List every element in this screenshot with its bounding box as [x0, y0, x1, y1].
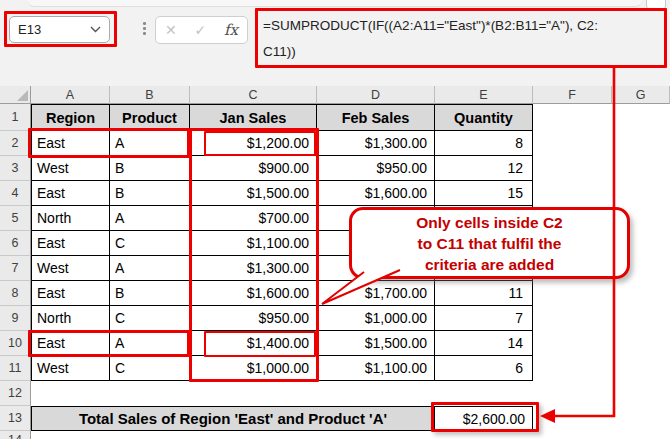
empty-cell[interactable]	[317, 381, 435, 406]
cell-region[interactable]: East	[31, 331, 110, 356]
cell-jan[interactable]: $950.00	[190, 306, 317, 331]
column-header-D[interactable]: D	[317, 86, 435, 104]
cell-region[interactable]: East	[31, 181, 110, 206]
empty-row: 12	[0, 381, 670, 406]
row-header-5[interactable]: 5	[0, 206, 31, 231]
callout-bubble: Only cells inside C2 to C11 that fulfil …	[349, 207, 630, 279]
cell-jan[interactable]: $1,600.00	[190, 281, 317, 306]
cell-region[interactable]: West	[31, 356, 110, 381]
cell-feb[interactable]: $1,600.00	[317, 181, 435, 206]
empty-cell	[533, 281, 612, 306]
cell-feb[interactable]: $1,300.00	[317, 131, 435, 156]
row-header-8[interactable]: 8	[0, 281, 31, 306]
cell-product[interactable]: C	[110, 231, 190, 256]
cell-region[interactable]: West	[31, 256, 110, 281]
total-value-cell[interactable]: $2,600.00	[435, 406, 533, 431]
column-header-A[interactable]: A	[31, 86, 110, 104]
insert-function-icon[interactable]: fx	[224, 21, 238, 39]
formula-input[interactable]: =SUMPRODUCT(IF((A2:A11="East")*(B2:B11="…	[263, 13, 661, 65]
total-row: 13 Total Sales of Region 'East' and Prod…	[0, 406, 670, 431]
empty-cell[interactable]	[31, 381, 110, 406]
column-header-C[interactable]: C	[190, 86, 317, 104]
header-feb-sales[interactable]: Feb Sales	[317, 104, 435, 131]
cell-region[interactable]: West	[31, 156, 110, 181]
cell-product[interactable]: A	[110, 131, 190, 156]
cell-region[interactable]: East	[31, 281, 110, 306]
cell-jan[interactable]: $1,100.00	[190, 231, 317, 256]
cell-qty[interactable]: 15	[435, 181, 533, 206]
header-product[interactable]: Product	[110, 104, 190, 131]
row-header-14[interactable]: 14	[0, 431, 31, 439]
empty-cell[interactable]	[435, 381, 533, 406]
cell-product[interactable]: B	[110, 281, 190, 306]
cancel-icon[interactable]: ✕	[165, 23, 177, 37]
cell-qty[interactable]: 8	[435, 131, 533, 156]
cell-qty[interactable]: 6	[435, 356, 533, 381]
table-row: 9 North C $950.00 $1,000.00 7	[0, 306, 670, 331]
cell-qty[interactable]: 11	[435, 281, 533, 306]
cell-product[interactable]: C	[110, 306, 190, 331]
empty-cell	[533, 156, 612, 181]
row-header-12[interactable]: 12	[0, 381, 31, 406]
row-header-4[interactable]: 4	[0, 181, 31, 206]
empty-cell[interactable]	[110, 381, 190, 406]
cell-feb[interactable]: $1,100.00	[317, 356, 435, 381]
column-header-F[interactable]: F	[533, 86, 612, 104]
cell-jan[interactable]: $1,500.00	[190, 181, 317, 206]
row-header-9[interactable]: 9	[0, 306, 31, 331]
cell-feb[interactable]: $1,000.00	[317, 306, 435, 331]
row-header-6[interactable]: 6	[0, 231, 31, 256]
row-header-1[interactable]: 1	[0, 104, 31, 131]
callout-line-2: to C11 that fulfil the	[418, 233, 562, 254]
formula-line-1: =SUMPRODUCT(IF((A2:A11="East")*(B2:B11="…	[263, 13, 661, 39]
cell-feb[interactable]: $1,700.00	[317, 281, 435, 306]
cell-region[interactable]: East	[31, 231, 110, 256]
name-box[interactable]: E13	[9, 16, 110, 43]
cell-product[interactable]: B	[110, 181, 190, 206]
cell-feb[interactable]: $1,500.00	[317, 331, 435, 356]
cell-qty[interactable]: 12	[435, 156, 533, 181]
header-region[interactable]: Region	[31, 104, 110, 131]
select-all-corner[interactable]	[0, 86, 31, 104]
empty-cell	[612, 156, 670, 181]
row-header-2[interactable]: 2	[0, 131, 31, 156]
column-header-B[interactable]: B	[110, 86, 190, 104]
ribbon-fragment	[646, 0, 666, 10]
row-header-3[interactable]: 3	[0, 156, 31, 181]
cell-product[interactable]: A	[110, 331, 190, 356]
empty-cell[interactable]	[190, 381, 317, 406]
header-jan-sales[interactable]: Jan Sales	[190, 104, 317, 131]
cell-product[interactable]: A	[110, 206, 190, 231]
cell-region[interactable]: North	[31, 306, 110, 331]
empty-cell	[533, 181, 612, 206]
cell-region[interactable]: East	[31, 131, 110, 156]
row-header-14-label: 14	[8, 433, 22, 439]
cell-qty[interactable]: 7	[435, 306, 533, 331]
cell-jan[interactable]: $1,000.00	[190, 356, 317, 381]
cell-feb[interactable]: $950.00	[317, 156, 435, 181]
excel-screenshot: E13 ✕ ✓ fx =SUMPRODUCT(IF((A2:A11="East"…	[0, 0, 670, 439]
header-quantity[interactable]: Quantity	[435, 104, 533, 131]
column-header-E[interactable]: E	[435, 86, 533, 104]
cell-region[interactable]: North	[31, 206, 110, 231]
total-label-cell[interactable]: Total Sales of Region 'East' and Product…	[31, 406, 435, 431]
empty-cell	[612, 306, 670, 331]
cell-product[interactable]: B	[110, 156, 190, 181]
column-header-G[interactable]: G	[612, 86, 670, 104]
cell-product[interactable]: A	[110, 256, 190, 281]
empty-cell	[612, 356, 670, 381]
cell-qty[interactable]: 14	[435, 331, 533, 356]
row-header-10[interactable]: 10	[0, 331, 31, 356]
cell-jan[interactable]: $1,200.00	[190, 131, 317, 156]
row-header-7[interactable]: 7	[0, 256, 31, 281]
enter-icon[interactable]: ✓	[194, 23, 206, 37]
cell-jan[interactable]: $1,400.00	[190, 331, 317, 356]
cell-jan[interactable]: $1,300.00	[190, 256, 317, 281]
row-header-13[interactable]: 13	[0, 406, 31, 431]
row-header-11[interactable]: 11	[0, 356, 31, 381]
cell-jan[interactable]: $900.00	[190, 156, 317, 181]
chevron-down-icon[interactable]	[90, 26, 101, 33]
cell-jan[interactable]: $700.00	[190, 206, 317, 231]
table-row: 4 East B $1,500.00 $1,600.00 15	[0, 181, 670, 206]
cell-product[interactable]: C	[110, 356, 190, 381]
